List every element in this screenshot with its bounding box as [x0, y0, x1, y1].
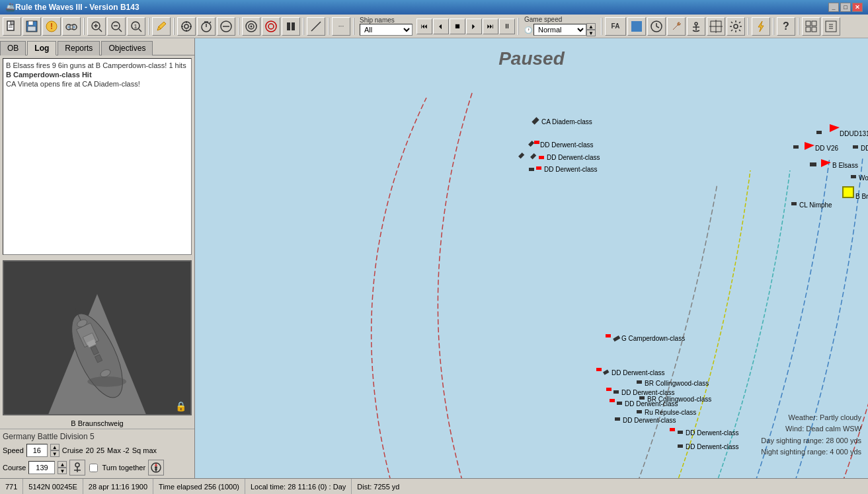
svg-text:BR Collingwood-class: BR Collingwood-class — [645, 380, 709, 387]
speed-up-btn[interactable]: ▲ — [50, 444, 59, 450]
binoculars-button[interactable] — [62, 17, 81, 36]
svg-text:DD Derwent-class: DD Derwent-class — [623, 417, 676, 424]
window-controls: _ □ ✕ — [828, 3, 863, 12]
turn-together-checkbox[interactable] — [89, 464, 98, 472]
tab-log[interactable]: Log — [27, 41, 56, 55]
svg-text:DDUD1315: DDUD1315 — [840, 130, 868, 137]
grid-button[interactable] — [802, 17, 820, 36]
svg-text:BR Collingwood-class: BR Collingwood-class — [647, 396, 711, 403]
fa-button[interactable]: FA — [605, 17, 626, 36]
svg-text:DD Derwent-class: DD Derwent-class — [686, 429, 739, 437]
svg-rect-126 — [596, 368, 602, 371]
division-name: Germany Battle Division 5 — [3, 432, 192, 441]
rudder-icon[interactable] — [69, 460, 85, 476]
diagonal-line-button[interactable] — [307, 17, 325, 36]
anchor-button[interactable] — [687, 17, 705, 36]
svg-marker-104 — [830, 124, 840, 132]
left-panel: OB Log Reports Objectives B Elsass fires… — [0, 38, 195, 478]
tab-objectives[interactable]: Objectives — [101, 41, 153, 55]
settings-button[interactable] — [727, 17, 745, 36]
more-button[interactable]: ··· — [332, 17, 350, 36]
ship-names-select[interactable]: All None Selected — [360, 24, 413, 36]
course-up-btn[interactable]: ▲ — [58, 461, 67, 468]
course-row: Course ▲ ▼ Turn together — [3, 460, 192, 476]
svg-rect-87 — [528, 141, 534, 147]
course-down-btn[interactable]: ▼ — [58, 468, 67, 474]
svg-rect-46 — [631, 21, 642, 32]
svg-text:B Elsass: B Elsass — [832, 162, 858, 169]
tab-ob[interactable]: OB — [0, 41, 26, 55]
compass-icon[interactable] — [148, 460, 164, 476]
target-button[interactable] — [177, 17, 196, 36]
svg-text:CL Nimphe: CL Nimphe — [799, 201, 832, 209]
svg-rect-108 — [793, 145, 799, 149]
speed-down-btn[interactable]: ▼ — [50, 450, 59, 457]
pause-play-button[interactable]: ⏸ — [499, 18, 515, 34]
svg-point-40 — [251, 25, 253, 27]
maximize-button[interactable]: □ — [840, 3, 851, 12]
svg-point-13 — [73, 26, 75, 28]
close-button[interactable]: ✕ — [852, 3, 863, 12]
clock-button[interactable] — [647, 17, 666, 36]
lightning-button[interactable] — [752, 17, 770, 36]
svg-rect-143 — [670, 428, 675, 431]
wrench-button[interactable] — [667, 17, 686, 36]
zoom-out-button[interactable] — [107, 17, 126, 36]
speed-input[interactable] — [26, 444, 48, 457]
svg-rect-111 — [810, 162, 816, 166]
tab-reports[interactable]: Reports — [58, 41, 100, 55]
log-entry-2: B Camperdown-class Hit — [6, 71, 188, 79]
exclamation-button[interactable]: ! — [42, 17, 61, 36]
speed-up-button[interactable]: ▲ — [586, 23, 596, 30]
status-elapsed: Time elapsed 256 (1000) — [159, 483, 239, 491]
info-button[interactable] — [822, 17, 840, 36]
step-forward-button[interactable]: ⏭ — [483, 18, 498, 34]
svg-rect-6 — [28, 26, 36, 31]
svg-text:Ru Repulse-class: Ru Repulse-class — [645, 409, 696, 416]
tabs: OB Log Reports Objectives — [0, 38, 194, 55]
division-info: Germany Battle Division 5 Speed ▲ ▼ Crui… — [0, 429, 194, 478]
new-button[interactable] — [3, 17, 21, 36]
play-button[interactable]: ⏵ — [466, 18, 482, 34]
title-icon: 🚢 — [5, 3, 15, 12]
blue-square-button[interactable] — [627, 17, 646, 36]
save-button[interactable] — [22, 17, 41, 36]
status-date: 28 apr 11:16 1900 — [89, 483, 147, 491]
fit-button[interactable]: 1 — [127, 17, 145, 36]
game-speed-label: Game speed — [524, 16, 562, 23]
svg-text:DD Derwent-class: DD Derwent-class — [547, 154, 600, 161]
status-cell-5: Local time: 28 11:16 (0) : Day — [245, 479, 352, 494]
map-area[interactable]: CA Diadem-class DD Derwent-class DD Derw… — [195, 38, 868, 478]
play-back-button[interactable]: ⏴ — [433, 18, 449, 34]
course-spinner: ▲ ▼ — [58, 461, 67, 474]
crosshair-big-button[interactable] — [707, 17, 725, 36]
svg-rect-123 — [606, 334, 611, 337]
svg-text:DD V26: DD V26 — [815, 145, 838, 152]
minimize-button[interactable]: _ — [828, 3, 839, 12]
game-speed-select[interactable]: Slow Normal Fast Very Fast — [533, 24, 586, 36]
svg-point-26 — [182, 22, 191, 31]
pause-button[interactable] — [282, 17, 300, 36]
stopwatch-button[interactable] — [197, 17, 216, 36]
radio-button2[interactable] — [262, 17, 280, 36]
course-input[interactable] — [28, 461, 55, 474]
minus-circle-button[interactable] — [217, 17, 235, 36]
svg-rect-1 — [11, 21, 14, 24]
weather-info: Weather: Partly cloudy Wind: Dead calm W… — [761, 412, 861, 458]
stop-button[interactable]: ⏹ — [450, 18, 465, 34]
separator7 — [353, 18, 354, 35]
question-button[interactable]: ? — [777, 17, 795, 36]
cruise-value1: 20 — [86, 446, 94, 454]
step-back-button[interactable]: ⏮ — [416, 18, 432, 34]
turn-together-label: Turn together — [102, 464, 145, 472]
svg-rect-135 — [617, 402, 622, 405]
svg-rect-136 — [610, 399, 615, 402]
zoom-in-button[interactable] — [87, 17, 106, 36]
svg-text:DD BG10: DD BG10 — [861, 145, 868, 152]
pencil-button[interactable] — [152, 17, 171, 36]
speed-down-button[interactable]: ▼ — [586, 30, 596, 36]
separator12 — [798, 18, 799, 35]
radio-button1[interactable] — [242, 17, 260, 36]
lock-icon[interactable]: 🔒 — [175, 401, 186, 411]
status-dist: Dist: 7255 yd — [357, 483, 399, 491]
